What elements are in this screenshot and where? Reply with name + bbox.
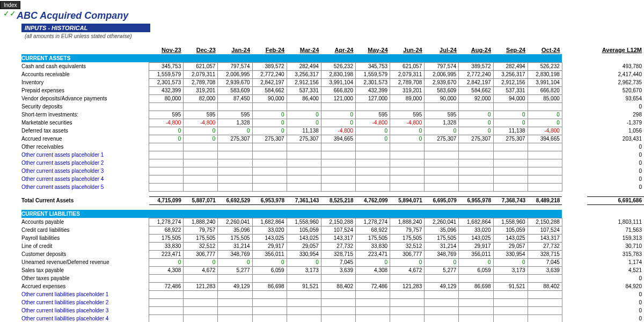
table-row[interactable]: Accrued revenue00275,307275,307275,30739… [21, 135, 644, 143]
table-row[interactable]: Security deposits0 [21, 103, 644, 111]
table-row[interactable]: Other current assets placeholder 50 [21, 183, 644, 191]
table-row[interactable]: Inventory2,301,5732,789,7082,939,6702,84… [21, 78, 644, 86]
table-row[interactable]: Unearned revenue/Deferred revenue000007,… [21, 258, 644, 266]
table-row[interactable]: Accounts receivable1,559,5792,079,3112,0… [21, 70, 644, 78]
table-row[interactable]: Short-term investments:59559559500059559… [21, 111, 644, 119]
table-row[interactable]: Marketable securities-4,800-4,8001,32800… [21, 119, 644, 127]
table-row[interactable]: Other current assets placeholder 40 [21, 175, 644, 183]
table-row[interactable]: Other current assets placeholder 20 [21, 159, 644, 167]
total-current-assets: Total Current Assets4,715,0995,887,0716,… [21, 196, 644, 204]
current-assets-header: CURRENT ASSETS [21, 54, 644, 62]
table-row[interactable]: Line of credit33,83032,51231,21429,91729… [21, 242, 644, 250]
section-header: INPUTS - HISTORICAL [21, 24, 150, 32]
check-icon: ✓✓ [3, 9, 16, 18]
table-row[interactable]: Credit card liabilities68,92279,75735,09… [21, 226, 644, 234]
table-row[interactable]: Sales tax payable4,3084,6725,2776,0593,1… [21, 266, 644, 274]
table-row[interactable]: Deferred tax assets000011,138-4,80000001… [21, 127, 644, 135]
data-table: Nov-23Dec-23Jan-24Feb-24Mar-24Apr-24May-… [21, 46, 644, 322]
table-row[interactable]: Other current assets placeholder 30 [21, 167, 644, 175]
header-row: Nov-23Dec-23Jan-24Feb-24Mar-24Apr-24May-… [21, 46, 644, 54]
section-subtitle: (all amounts in EUR unless stated otherw… [21, 32, 644, 40]
table-row[interactable]: Accrued expenses72,486121,28349,12986,69… [21, 282, 644, 290]
table-row[interactable]: Other current assets placeholder 10 [21, 151, 644, 159]
company-title: ABC Acquired Company [17, 10, 128, 21]
table-row[interactable]: Accounts payable1,278,2741,888,2402,260,… [21, 218, 644, 226]
table-row[interactable]: Other receivables0 [21, 143, 644, 151]
index-button[interactable]: Index [0, 1, 20, 9]
table-row[interactable]: Vendor deposits/Advance payments80,00082… [21, 94, 644, 103]
table-row[interactable]: Other current liabilities placeholder 10 [21, 290, 644, 298]
table-row[interactable]: Other current liabilities placeholder 20 [21, 298, 644, 306]
table-row[interactable]: Payroll liabilities175,505175,505175,505… [21, 234, 644, 242]
current-liabilities-header: CURRENT LIABILITIES [21, 210, 644, 218]
table-row[interactable]: Prepaid expenses432,399319,201583,609584… [21, 86, 644, 94]
table-row[interactable]: Cash and cash equivalents345,753621,0577… [21, 62, 644, 70]
table-row[interactable]: Other current liabilities placeholder 40 [21, 314, 644, 322]
table-row[interactable]: Other taxes payable0 [21, 274, 644, 282]
table-row[interactable]: Other current liabilities placeholder 30 [21, 306, 644, 314]
table-row[interactable]: Customer deposits223,471306,777348,76935… [21, 250, 644, 258]
